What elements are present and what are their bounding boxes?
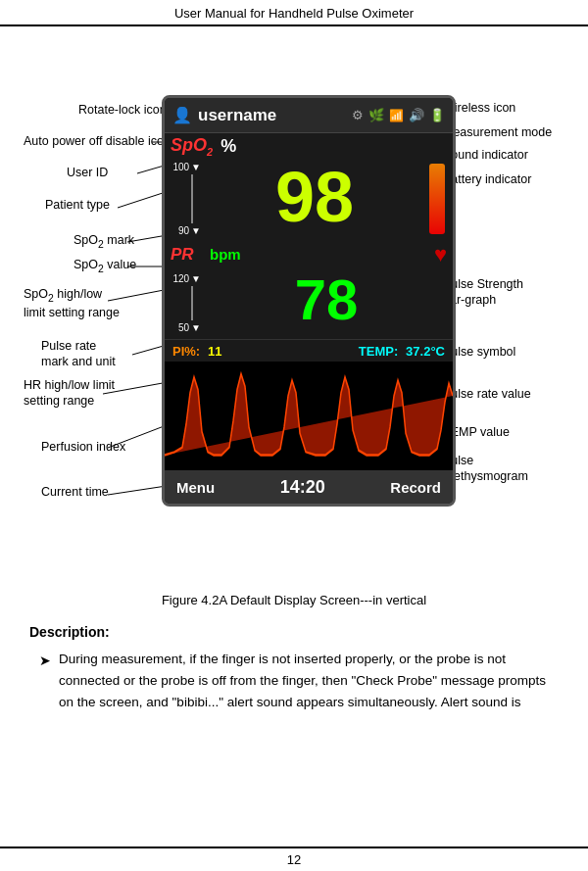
spo2-mark-label: SpO2 mark: [74, 233, 134, 250]
pi-label-text: PI%:: [172, 344, 200, 359]
spo2-value-row: 100 ▼ 90 ▼ 98: [165, 158, 453, 240]
description-section: Description: ➤ During measurement, if th…: [20, 621, 568, 712]
gear-icon: ⚙: [352, 108, 364, 122]
temp-area: TEMP: 37.2°C: [359, 343, 445, 359]
hr-scale-bottom: 50 ▼: [178, 322, 201, 333]
hr-value-row: 120 ▼ 50 ▼ 78: [165, 269, 453, 339]
hr-down-arrow: ▼: [191, 273, 201, 284]
hr-scale-top: 120 ▼: [172, 273, 201, 284]
username-text: username: [198, 106, 276, 125]
spo2-scale: 100 ▼ 90 ▼: [169, 158, 204, 240]
heart-symbol: ♥: [434, 242, 447, 267]
hr-high-value: 120: [172, 273, 189, 284]
spo2-unit: %: [220, 136, 236, 157]
device-screen: 👤 username ⚙ 🌿 📶 🔊 🔋: [162, 95, 456, 507]
device: 👤 username ⚙ 🌿 📶 🔊 🔋: [162, 95, 456, 507]
waveform-area: [165, 362, 453, 470]
spo2-scale-top: 100 ▼: [172, 162, 201, 172]
spo2-scale-bar: [191, 174, 193, 223]
spo2-value-label: SpO2 value: [74, 258, 136, 274]
list-item: ➤ During measurement, if the finger is n…: [39, 649, 559, 712]
figure-caption: Figure 4.2A Default Display Screen---in …: [20, 593, 568, 607]
temp-label: TEMP:: [359, 344, 398, 359]
menu-button[interactable]: Menu: [176, 479, 215, 496]
pr-mark: PR: [171, 245, 210, 265]
hr-big-value: 78: [204, 269, 449, 337]
record-button[interactable]: Record: [390, 479, 441, 496]
bottom-bar: Menu 14:20 Record: [165, 470, 453, 504]
list-arrow: ➤: [39, 650, 51, 712]
hr-scale: 120 ▼ 50 ▼: [169, 269, 204, 337]
sound-icon: 🔊: [409, 108, 424, 122]
perfusion-label: Perfusion index: [41, 440, 125, 454]
battery-indicator-label: Battery indicator: [443, 172, 531, 186]
measurement-mode-label: Measurement mode: [443, 125, 552, 139]
spo2-high-value: 100: [172, 162, 189, 172]
diagram-container: Rotate-lock icon: [20, 36, 568, 585]
pi-label: PI%: 11: [172, 343, 222, 359]
current-time-label: Current time: [41, 485, 109, 499]
spo2-scale-bottom: 90 ▼: [178, 225, 201, 236]
pr-label-row: PR bpm ♥: [165, 240, 453, 269]
page-number: 12: [287, 852, 301, 867]
spo2-mark: SpO2: [171, 135, 213, 158]
page-footer: 12: [0, 847, 588, 871]
hr-scale-bar: [191, 286, 193, 320]
spo2-low-value: 90: [178, 225, 189, 236]
description-list: ➤ During measurement, if the finger is n…: [29, 649, 559, 712]
battery-icon: 🔋: [429, 108, 445, 122]
list-text: During measurement, if the finger is not…: [59, 649, 559, 712]
hr-low-value: 50: [178, 322, 189, 333]
hr-limit-label: HR high/low limitsetting range: [24, 377, 115, 410]
pi-temp-row: PI%: 11 TEMP: 37.2°C: [165, 339, 453, 362]
temp-value-text: 37.2°C: [406, 344, 445, 359]
spo2-down-arrow: ▼: [191, 162, 201, 172]
pr-unit: bpm: [210, 246, 434, 263]
page-title: User Manual for Handheld Pulse Oximeter: [174, 6, 414, 21]
waveform-svg: [165, 362, 453, 470]
user-icon: 👤: [172, 106, 192, 124]
spo2-label-row: SpO2 %: [165, 133, 453, 158]
current-time-display: 14:20: [280, 477, 325, 498]
page-header: User Manual for Handheld Pulse Oximeter: [0, 0, 588, 26]
user-id-label: User ID: [67, 166, 108, 179]
pulse-plethysmogram-label: PulsePlethysmogram: [443, 453, 528, 485]
description-title: Description:: [29, 621, 559, 643]
rotate-lock-label: Rotate-lock icon: [78, 103, 167, 117]
top-bar-icons: ⚙ 🌿 📶 🔊 🔋: [352, 108, 445, 122]
pi-value: 11: [208, 344, 221, 359]
auto-power-label: Auto power off disable icon: [24, 134, 171, 148]
top-bar: 👤 username ⚙ 🌿 📶 🔊 🔋: [165, 98, 453, 133]
pulse-strength-bar: [429, 164, 445, 234]
pulse-rate-mark-label: Pulse ratemark and unit: [41, 338, 116, 370]
pulse-rate-value-label: Pulse rate value: [443, 387, 531, 401]
eco-icon: 🌿: [368, 108, 384, 122]
main-content: Rotate-lock icon: [0, 26, 588, 726]
hr-up-arrow: ▼: [191, 322, 201, 333]
spo2-big-value: 98: [204, 158, 425, 240]
patient-type-label: Patient type: [45, 198, 110, 212]
spo2-up-arrow: ▼: [191, 225, 201, 236]
sound-indicator-label: Sound indicator: [443, 148, 528, 162]
username-area: 👤 username: [172, 106, 348, 125]
spo2-limit-label: SpO2 high/lowlimit setting range: [24, 286, 120, 320]
wifi-icon: 📶: [389, 109, 404, 122]
